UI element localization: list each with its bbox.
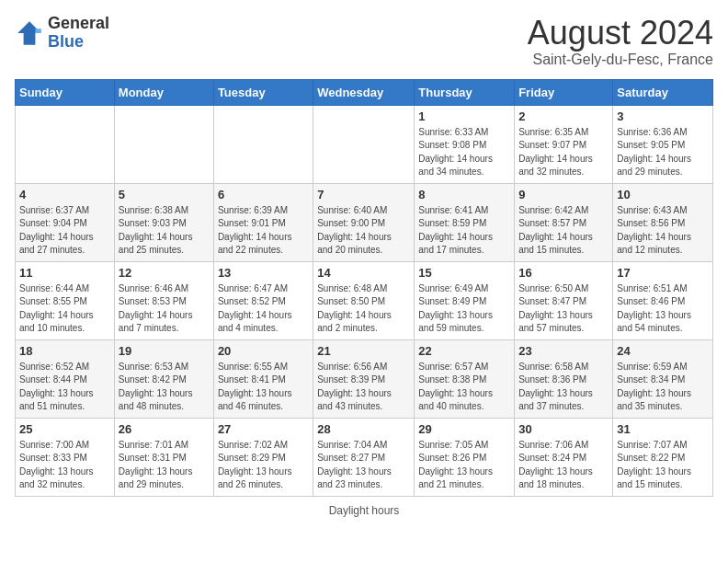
day-info: Sunrise: 6:39 AM Sunset: 9:01 PM Dayligh…	[218, 204, 309, 258]
calendar-cell: 20Sunrise: 6:55 AM Sunset: 8:41 PM Dayli…	[213, 339, 313, 418]
calendar-title: August 2024	[528, 15, 713, 52]
weekday-header: Friday	[515, 79, 613, 105]
day-number: 4	[19, 188, 110, 201]
calendar-cell: 3Sunrise: 6:36 AM Sunset: 9:05 PM Daylig…	[613, 105, 713, 183]
calendar-cell	[213, 105, 313, 183]
day-info: Sunrise: 7:06 AM Sunset: 8:24 PM Dayligh…	[518, 439, 609, 492]
day-number: 31	[617, 422, 709, 436]
logo-icon	[15, 18, 44, 48]
logo-general: General	[48, 14, 109, 32]
calendar-cell: 16Sunrise: 6:50 AM Sunset: 8:47 PM Dayli…	[515, 261, 613, 339]
day-info: Sunrise: 6:48 AM Sunset: 8:50 PM Dayligh…	[317, 282, 410, 336]
weekday-header: Saturday	[613, 79, 713, 105]
day-info: Sunrise: 6:59 AM Sunset: 8:34 PM Dayligh…	[617, 361, 709, 414]
day-number: 27	[218, 422, 309, 436]
day-info: Sunrise: 6:37 AM Sunset: 9:04 PM Dayligh…	[19, 204, 110, 258]
calendar-cell: 18Sunrise: 6:52 AM Sunset: 8:44 PM Dayli…	[16, 339, 115, 418]
calendar-cell: 24Sunrise: 6:59 AM Sunset: 8:34 PM Dayli…	[613, 339, 713, 418]
day-number: 6	[218, 188, 309, 201]
day-info: Sunrise: 6:52 AM Sunset: 8:44 PM Dayligh…	[19, 361, 110, 414]
day-number: 22	[418, 344, 510, 358]
day-info: Sunrise: 6:51 AM Sunset: 8:46 PM Dayligh…	[617, 282, 709, 336]
day-info: Sunrise: 7:02 AM Sunset: 8:29 PM Dayligh…	[218, 439, 309, 492]
calendar-week: 18Sunrise: 6:52 AM Sunset: 8:44 PM Dayli…	[16, 339, 713, 418]
calendar-cell: 4Sunrise: 6:37 AM Sunset: 9:04 PM Daylig…	[16, 183, 115, 261]
weekday-header: Thursday	[415, 79, 515, 105]
day-number: 3	[617, 109, 709, 123]
day-number: 5	[119, 188, 210, 201]
day-info: Sunrise: 6:58 AM Sunset: 8:36 PM Dayligh…	[518, 361, 609, 414]
day-info: Sunrise: 6:42 AM Sunset: 8:57 PM Dayligh…	[518, 204, 609, 258]
day-number: 13	[218, 266, 309, 280]
calendar-cell: 14Sunrise: 6:48 AM Sunset: 8:50 PM Dayli…	[313, 261, 415, 339]
calendar-cell: 26Sunrise: 7:01 AM Sunset: 8:31 PM Dayli…	[114, 418, 213, 496]
day-number: 2	[518, 109, 609, 123]
day-number: 21	[317, 344, 410, 358]
calendar-cell: 17Sunrise: 6:51 AM Sunset: 8:46 PM Dayli…	[613, 261, 713, 339]
logo: General Blue	[15, 15, 109, 52]
day-number: 25	[19, 422, 110, 436]
day-info: Sunrise: 6:36 AM Sunset: 9:05 PM Dayligh…	[617, 126, 709, 179]
calendar-cell: 23Sunrise: 6:58 AM Sunset: 8:36 PM Dayli…	[515, 339, 613, 418]
day-number: 10	[617, 188, 709, 201]
day-info: Sunrise: 6:46 AM Sunset: 8:53 PM Dayligh…	[119, 282, 210, 336]
day-info: Sunrise: 7:05 AM Sunset: 8:26 PM Dayligh…	[418, 439, 510, 492]
calendar-cell: 11Sunrise: 6:44 AM Sunset: 8:55 PM Dayli…	[16, 261, 115, 339]
weekday-header: Tuesday	[213, 79, 313, 105]
day-info: Sunrise: 6:56 AM Sunset: 8:39 PM Dayligh…	[317, 361, 410, 414]
day-number: 23	[518, 344, 609, 358]
calendar-cell: 12Sunrise: 6:46 AM Sunset: 8:53 PM Dayli…	[114, 261, 213, 339]
calendar-cell: 25Sunrise: 7:00 AM Sunset: 8:33 PM Dayli…	[16, 418, 115, 496]
day-number: 14	[317, 266, 410, 280]
day-number: 16	[518, 266, 609, 280]
day-info: Sunrise: 6:50 AM Sunset: 8:47 PM Dayligh…	[518, 282, 609, 336]
calendar-cell: 1Sunrise: 6:33 AM Sunset: 9:08 PM Daylig…	[415, 105, 515, 183]
footer-text: Daylight hours	[329, 504, 400, 517]
day-number: 7	[317, 188, 410, 201]
day-number: 28	[317, 422, 410, 436]
calendar-cell: 5Sunrise: 6:38 AM Sunset: 9:03 PM Daylig…	[114, 183, 213, 261]
day-number: 24	[617, 344, 709, 358]
calendar-cell: 9Sunrise: 6:42 AM Sunset: 8:57 PM Daylig…	[515, 183, 613, 261]
day-number: 15	[418, 266, 510, 280]
calendar-week: 4Sunrise: 6:37 AM Sunset: 9:04 PM Daylig…	[16, 183, 713, 261]
logo-blue: Blue	[48, 32, 84, 51]
calendar-cell: 27Sunrise: 7:02 AM Sunset: 8:29 PM Dayli…	[213, 418, 313, 496]
calendar-cell: 30Sunrise: 7:06 AM Sunset: 8:24 PM Dayli…	[515, 418, 613, 496]
calendar-week: 11Sunrise: 6:44 AM Sunset: 8:55 PM Dayli…	[16, 261, 713, 339]
calendar-cell: 10Sunrise: 6:43 AM Sunset: 8:56 PM Dayli…	[613, 183, 713, 261]
weekday-header: Wednesday	[313, 79, 415, 105]
calendar-cell: 31Sunrise: 7:07 AM Sunset: 8:22 PM Dayli…	[613, 418, 713, 496]
calendar-cell: 19Sunrise: 6:53 AM Sunset: 8:42 PM Dayli…	[114, 339, 213, 418]
day-info: Sunrise: 6:40 AM Sunset: 9:00 PM Dayligh…	[317, 204, 410, 258]
day-number: 26	[119, 422, 210, 436]
calendar-cell: 29Sunrise: 7:05 AM Sunset: 8:26 PM Dayli…	[415, 418, 515, 496]
calendar-week: 25Sunrise: 7:00 AM Sunset: 8:33 PM Dayli…	[16, 418, 713, 496]
day-number: 30	[518, 422, 609, 436]
calendar-header: SundayMondayTuesdayWednesdayThursdayFrid…	[16, 79, 713, 105]
day-info: Sunrise: 6:41 AM Sunset: 8:59 PM Dayligh…	[418, 204, 510, 258]
calendar-cell: 13Sunrise: 6:47 AM Sunset: 8:52 PM Dayli…	[213, 261, 313, 339]
day-info: Sunrise: 6:43 AM Sunset: 8:56 PM Dayligh…	[617, 204, 709, 258]
day-info: Sunrise: 6:49 AM Sunset: 8:49 PM Dayligh…	[418, 282, 510, 336]
calendar-week: 1Sunrise: 6:33 AM Sunset: 9:08 PM Daylig…	[16, 105, 713, 183]
page-header: General Blue August 2024 Saint-Gely-du-F…	[15, 15, 713, 68]
day-number: 29	[418, 422, 510, 436]
weekday-header: Sunday	[16, 79, 115, 105]
day-number: 17	[617, 266, 709, 280]
day-info: Sunrise: 6:44 AM Sunset: 8:55 PM Dayligh…	[19, 282, 110, 336]
day-info: Sunrise: 6:57 AM Sunset: 8:38 PM Dayligh…	[418, 361, 510, 414]
calendar-cell	[313, 105, 415, 183]
calendar-subtitle: Saint-Gely-du-Fesc, France	[528, 52, 713, 68]
calendar-cell	[114, 105, 213, 183]
day-info: Sunrise: 6:35 AM Sunset: 9:07 PM Dayligh…	[518, 126, 609, 179]
calendar-cell: 7Sunrise: 6:40 AM Sunset: 9:00 PM Daylig…	[313, 183, 415, 261]
day-number: 12	[119, 266, 210, 280]
day-number: 11	[19, 266, 110, 280]
calendar-cell: 2Sunrise: 6:35 AM Sunset: 9:07 PM Daylig…	[515, 105, 613, 183]
day-info: Sunrise: 7:04 AM Sunset: 8:27 PM Dayligh…	[317, 439, 410, 492]
calendar-cell: 21Sunrise: 6:56 AM Sunset: 8:39 PM Dayli…	[313, 339, 415, 418]
footer: Daylight hours	[15, 504, 713, 517]
day-number: 19	[119, 344, 210, 358]
calendar-cell: 6Sunrise: 6:39 AM Sunset: 9:01 PM Daylig…	[213, 183, 313, 261]
